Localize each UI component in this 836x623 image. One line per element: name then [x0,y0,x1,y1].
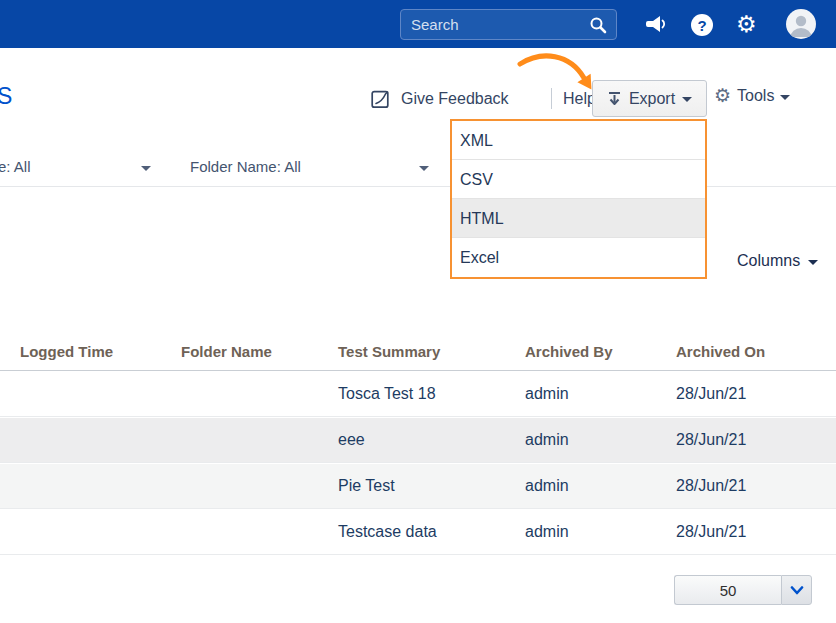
screen: ? ⚙ S Give Feedback Help E [0,0,836,623]
columns-dropdown[interactable]: Columns [737,252,818,270]
cell-archived-on: 28/Jun/21 [676,431,746,449]
export-menu-item-csv[interactable]: CSV [452,160,705,199]
chevron-down-icon[interactable] [141,166,151,171]
chevron-down-icon [790,586,804,595]
filter-folder-name[interactable]: Folder Name: All [190,158,301,175]
cell-test-summary: eee [338,431,365,449]
export-menu-item-excel[interactable]: Excel [452,238,705,277]
chevron-down-icon [780,95,790,100]
cell-archived-by: admin [525,431,569,449]
cell-archived-by: admin [525,523,569,541]
col-header-archived-by: Archived By [525,343,613,360]
search-input[interactable] [401,16,589,33]
table-header-row: Logged Time Folder Name Test Summary Arc… [0,334,836,371]
help-icon[interactable]: ? [691,14,713,36]
page-size-select[interactable]: 50 [674,575,812,605]
tools-gear-icon: ⚙ [714,86,731,106]
table-row: Tosca Test 18 admin 28/Jun/21 [0,372,836,417]
topbar: ? ⚙ [0,0,836,48]
export-dropdown-menu: XML CSV HTML Excel [450,119,707,279]
cell-archived-by: admin [525,385,569,403]
col-header-archived-on: Archived On [676,343,765,360]
export-button[interactable]: Export [592,80,707,117]
chevron-down-icon [682,97,692,102]
tools-button[interactable]: ⚙ Tools [714,86,790,106]
export-menu-item-html[interactable]: HTML [452,199,705,238]
cell-archived-on: 28/Jun/21 [676,385,746,403]
cell-test-summary: Tosca Test 18 [338,385,436,403]
cell-test-summary: Testcase data [338,523,437,541]
give-feedback-label: Give Feedback [401,90,509,108]
col-header-test-summary: Test Summary [338,343,440,360]
columns-label: Columns [737,252,800,270]
export-menu-item-xml[interactable]: XML [452,121,705,160]
filter-left-partial[interactable]: e: All [0,158,31,175]
col-header-folder-name: Folder Name [181,343,272,360]
page-size-value[interactable]: 50 [674,575,781,605]
annotation-arrow [516,48,600,94]
page-size-dropdown-button[interactable] [781,575,812,605]
export-label: Export [629,90,675,108]
tools-label: Tools [737,87,774,105]
col-header-logged-time: Logged Time [20,343,113,360]
export-download-icon [607,91,622,107]
user-avatar[interactable] [786,9,816,39]
cell-archived-by: admin [525,477,569,495]
table-row: Pie Test admin 28/Jun/21 [0,464,836,509]
filter-divider [0,186,836,187]
table-row: Testcase data admin 28/Jun/21 [0,510,836,555]
settings-gear-icon[interactable]: ⚙ [736,10,757,38]
cell-archived-on: 28/Jun/21 [676,477,746,495]
search-icon[interactable] [589,16,607,34]
announcement-icon[interactable] [644,13,668,35]
search-box[interactable] [400,9,617,40]
table-row: eee admin 28/Jun/21 [0,418,836,463]
chevron-down-icon[interactable] [419,166,429,171]
cell-archived-on: 28/Jun/21 [676,523,746,541]
feedback-icon [371,90,392,109]
chevron-down-icon [808,260,818,265]
cell-test-summary: Pie Test [338,477,395,495]
page-title-partial: S [0,83,12,110]
give-feedback-button[interactable]: Give Feedback [371,85,509,113]
